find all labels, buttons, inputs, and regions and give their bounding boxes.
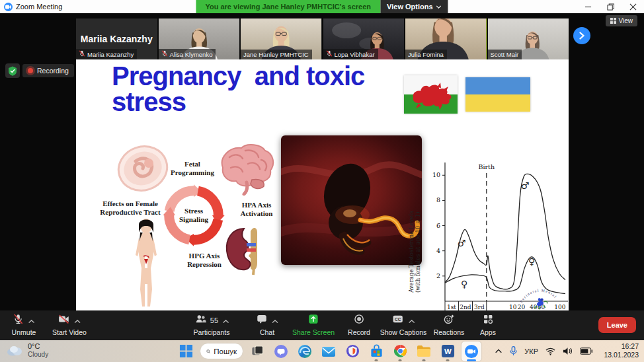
window-titlebar: Zoom Meeting You are viewing Jane Hanley…: [0, 0, 644, 13]
screen-share-banner: You are viewing Jane Hanley PMHTCIC's sc…: [196, 0, 380, 13]
tool-label: Unmute: [12, 328, 36, 336]
tool-label: Participants: [194, 328, 230, 336]
captions-icon: CC: [391, 313, 405, 328]
participant-name-label: Scott Mair: [488, 50, 522, 59]
teams-chat-taskbar-icon[interactable]: [271, 342, 291, 361]
svg-text:CC: CC: [395, 317, 401, 322]
tool-label: Start Video: [52, 328, 87, 336]
chrome-taskbar-icon[interactable]: [390, 342, 410, 361]
weather-widget[interactable]: 0°C Cloudy: [5, 342, 48, 358]
keyboard-language[interactable]: УКР: [524, 347, 538, 355]
brain-illustration: [214, 141, 277, 196]
search-icon: [206, 347, 210, 355]
muted-mic-icon: [161, 50, 168, 58]
word-taskbar-icon[interactable]: W: [438, 342, 458, 361]
chevron-up-icon[interactable]: [272, 314, 278, 326]
participants-icon: [194, 313, 208, 328]
edge-taskbar-icon[interactable]: [295, 342, 315, 361]
chevron-up-icon[interactable]: [74, 314, 81, 326]
security-shield-icon[interactable]: [5, 63, 20, 78]
task-view-taskbar-icon[interactable]: [247, 342, 267, 361]
svg-text:8: 8: [436, 196, 440, 203]
kidney-illustration: [224, 223, 260, 276]
male-curve: [445, 174, 565, 289]
share-screen-icon: [307, 313, 319, 328]
chat-icon: [256, 313, 268, 328]
female-symbol: ♀: [528, 256, 535, 267]
slide-title: Pregnancy and toxic stress: [112, 63, 429, 115]
wifi-icon[interactable]: [545, 347, 555, 355]
leave-button[interactable]: Leave: [598, 317, 636, 333]
reactions-button[interactable]: Reactions: [434, 313, 465, 336]
participant-name-label: Lopa Vibhakar: [323, 49, 378, 59]
store-taskbar-icon[interactable]: [366, 342, 386, 361]
participant-tile-julia-fomina[interactable]: Julia Fomina: [405, 18, 487, 59]
window-title: Zoom Meeting: [16, 3, 62, 11]
start-taskbar-icon[interactable]: [176, 342, 196, 361]
svg-text:2: 2: [436, 272, 440, 279]
participant-name-label: Alisa Klymenko: [159, 49, 216, 59]
share-button[interactable]: Share Screen: [292, 313, 335, 336]
participant-tile-jane-hanley-pmhtcic[interactable]: Jane Hanley PMHTCIC: [241, 18, 322, 59]
video-button[interactable]: Start Video: [52, 313, 87, 336]
chevron-up-icon[interactable]: [409, 314, 415, 326]
tool-label: Chat: [260, 328, 274, 336]
next-participants-button[interactable]: [573, 27, 590, 44]
participants-button[interactable]: 55Participants: [194, 313, 230, 336]
apps-button[interactable]: Apps: [480, 313, 496, 336]
embryo-illustration: [116, 141, 170, 196]
volume-icon[interactable]: [563, 347, 573, 355]
zoom-meeting-window: Zoom Meeting You are viewing Jane Hanley…: [0, 0, 644, 362]
restore-button[interactable]: [599, 0, 622, 13]
captions-button[interactable]: CCShow Captions: [380, 313, 427, 336]
recording-dot-icon: [28, 68, 33, 73]
chevron-up-icon[interactable]: [28, 314, 35, 326]
female-symbol: ♀: [461, 279, 467, 289]
view-layout-button[interactable]: View: [606, 15, 638, 26]
chart-ylabel: Average Testosterone Levels(with females…: [408, 211, 421, 293]
ukraine-flag: [465, 77, 530, 112]
file-explorer-taskbar-icon[interactable]: [414, 342, 434, 361]
participant-name-label: Mariia Kazanzhy: [76, 49, 137, 59]
participant-tile-scott-mair[interactable]: Scott Mair: [488, 18, 569, 59]
record-button[interactable]: Record: [348, 313, 370, 336]
tool-label: Show Captions: [380, 328, 427, 336]
taskbar-apps: ПошукW: [176, 340, 481, 362]
minimize-button[interactable]: [577, 0, 599, 13]
participant-tile-mariia-kazanzhy[interactable]: Mariia KazanzhyMariia Kazanzhy: [76, 18, 157, 59]
shield-browser-taskbar-icon[interactable]: [342, 342, 362, 361]
close-button[interactable]: [622, 0, 644, 13]
cycle-label-effects-female: Effects on Female Reproductive Tract: [96, 199, 165, 216]
battery-icon[interactable]: [580, 347, 592, 355]
meeting-area: Mariia KazanzhyMariia KazanzhyAlisa Klym…: [0, 13, 644, 340]
taskbar-search[interactable]: Пошук: [200, 343, 243, 359]
active-mic-icon[interactable]: [510, 346, 517, 356]
svg-text:3rd: 3rd: [474, 304, 485, 310]
weather-condition: Cloudy: [28, 351, 48, 359]
svg-text:Perinatal Mental: Perinatal Mental: [519, 289, 557, 304]
chevron-up-icon[interactable]: [222, 314, 229, 326]
chevron-right-icon: [579, 32, 585, 40]
unmute-button[interactable]: Unmute: [12, 313, 36, 336]
svg-text:6: 6: [436, 222, 440, 229]
tool-label: Apps: [480, 328, 496, 336]
reactions-icon: [442, 313, 455, 328]
view-options-button[interactable]: View Options: [380, 0, 448, 13]
tray-expand-icon[interactable]: [495, 348, 503, 354]
participant-name-label: Jane Hanley PMHTCIC: [241, 50, 312, 59]
mail-taskbar-icon[interactable]: [319, 342, 339, 361]
zoom-taskbar-icon[interactable]: [462, 342, 481, 361]
perinatal-mental-logo: Perinatal Mental: [510, 284, 569, 310]
chevron-down-icon: [436, 5, 442, 9]
chat-button[interactable]: Chat: [256, 313, 278, 336]
birth-label: Birth: [479, 163, 495, 170]
recording-indicator[interactable]: Recording: [22, 64, 74, 77]
clock[interactable]: 16:27 13.01.2023: [604, 342, 639, 359]
mic-off-icon: [13, 313, 24, 328]
participant-tile-alisa-klymenko[interactable]: Alisa Klymenko: [159, 18, 240, 59]
participant-tile-lopa-vibhakar[interactable]: Lopa Vibhakar: [323, 18, 405, 59]
svg-text:2nd: 2nd: [460, 304, 471, 310]
svg-text:10: 10: [432, 171, 440, 178]
grid-icon: [610, 18, 616, 24]
cloud-icon: [5, 344, 24, 357]
